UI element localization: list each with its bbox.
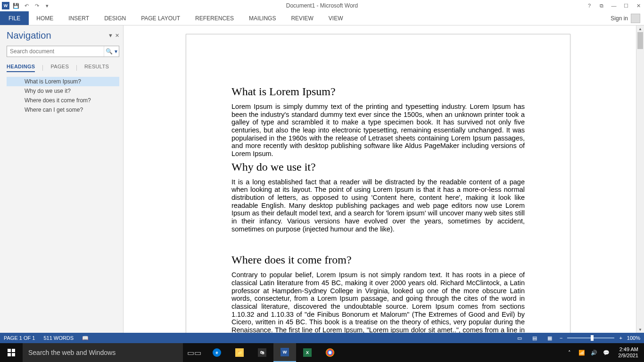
tab-insert[interactable]: INSERT [61, 11, 97, 25]
document-page[interactable]: What is Lorem Ipsum? Lorem Ipsum is simp… [186, 34, 570, 333]
nav-tab-headings[interactable]: HEADINGS [7, 64, 35, 72]
vertical-scrollbar[interactable]: ▲ ▼ [636, 25, 644, 333]
tab-references[interactable]: REFERENCES [188, 11, 241, 25]
clock-time: 2:49 AM [618, 346, 638, 353]
avatar-icon [631, 14, 640, 23]
tray-chevron-icon[interactable]: ˄ [565, 350, 574, 356]
view-print-layout-icon[interactable]: ▤ [529, 334, 540, 342]
clock-date: 2/9/2021 [618, 353, 638, 359]
tab-page-layout[interactable]: PAGE LAYOUT [133, 11, 188, 25]
scroll-thumb[interactable] [637, 32, 643, 49]
heading[interactable]: What is Lorem Ipsum? [231, 85, 525, 98]
nav-tab-results[interactable]: RESULTS [84, 64, 109, 72]
windows-icon [8, 349, 15, 356]
svg-rect-1 [12, 349, 15, 352]
window-controls: ? ⧉ — ☐ ✕ [586, 2, 642, 9]
title-bar: W 💾 ↶ ↷ ▾ Document1 - Microsoft Word ? ⧉… [0, 0, 644, 11]
view-web-layout-icon[interactable]: ▦ [545, 334, 555, 342]
sign-in[interactable]: Sign in [611, 11, 640, 25]
taskbar-search[interactable]: Search the web and Windows [23, 343, 183, 362]
network-icon[interactable]: 📶 [578, 350, 586, 356]
navigation-title: Navigation [7, 30, 51, 41]
nav-heading-item[interactable]: Where does it come from? [7, 96, 119, 105]
tab-design[interactable]: DESIGN [97, 11, 133, 25]
scroll-down-icon[interactable]: ▼ [636, 326, 644, 333]
status-page[interactable]: PAGE 1 OF 1 [4, 335, 35, 341]
nav-tab-pages[interactable]: PAGES [50, 64, 69, 72]
maximize-icon[interactable]: ☐ [622, 2, 630, 9]
tab-home[interactable]: HOME [29, 11, 61, 25]
zoom-in-icon[interactable]: + [619, 335, 622, 341]
taskbar-apps: ▭▭ e 📁 🛍 W X [183, 343, 341, 362]
store-icon[interactable]: 🛍 [251, 343, 273, 362]
paragraph[interactable]: Lorem Ipsum is simply dummy text of the … [231, 103, 525, 158]
taskbar-search-placeholder: Search the web and Windows [28, 349, 116, 356]
nav-heading-item[interactable]: What is Lorem Ipsum? [7, 77, 119, 86]
edge-icon[interactable]: e [206, 343, 228, 362]
zoom-thumb[interactable] [591, 335, 594, 341]
search-input[interactable] [7, 48, 104, 55]
task-view-icon[interactable]: ▭▭ [183, 343, 206, 362]
sign-in-label: Sign in [611, 15, 628, 22]
volume-icon[interactable]: 🔊 [590, 350, 598, 356]
word-app-icon: W [2, 2, 9, 9]
zoom-slider[interactable] [567, 337, 614, 338]
view-read-mode-icon[interactable]: ▭ [514, 334, 525, 342]
nav-heading-item[interactable]: Where can I get some? [7, 105, 119, 115]
action-center-icon[interactable]: 💬 [602, 350, 611, 356]
start-button[interactable] [0, 343, 23, 362]
main-area: Navigation ▼ ✕ 🔍 ▾ HEADINGS PAGES RESULT… [0, 25, 644, 333]
file-explorer-icon[interactable]: 📁 [228, 343, 251, 362]
close-icon[interactable]: ✕ [635, 2, 642, 9]
tab-review[interactable]: REVIEW [283, 11, 321, 25]
nav-headings-list: What is Lorem Ipsum? Why do we use it? W… [7, 77, 119, 115]
svg-rect-2 [8, 353, 11, 356]
minimize-icon[interactable]: — [610, 2, 618, 9]
svg-rect-3 [12, 353, 15, 356]
navigation-pane: Navigation ▼ ✕ 🔍 ▾ HEADINGS PAGES RESULT… [0, 25, 124, 333]
chrome-icon[interactable] [319, 343, 341, 362]
scroll-up-icon[interactable]: ▲ [636, 25, 644, 32]
paragraph[interactable]: Contrary to popular belief, Lorem Ipsum … [231, 271, 525, 333]
nav-close-icon[interactable]: ✕ [115, 33, 119, 39]
svg-rect-0 [8, 349, 11, 352]
undo-icon[interactable]: ↶ [23, 2, 30, 9]
nav-tabs: HEADINGS PAGES RESULTS [7, 64, 119, 72]
nav-heading-item[interactable]: Why do we use it? [7, 86, 119, 96]
taskbar: Search the web and Windows ▭▭ e 📁 🛍 W X … [0, 343, 644, 362]
search-box[interactable]: 🔍 ▾ [7, 46, 119, 57]
excel-taskbar-icon[interactable]: X [296, 343, 319, 362]
status-words[interactable]: 511 WORDS [43, 335, 74, 341]
help-icon[interactable]: ? [586, 2, 593, 9]
nav-menu-icon[interactable]: ▼ [108, 33, 113, 39]
tab-view[interactable]: VIEW [321, 11, 351, 25]
heading[interactable]: Why do we use it? [231, 161, 525, 173]
zoom-level[interactable]: 100% [627, 335, 640, 341]
qat-customize-icon[interactable]: ▾ [43, 2, 51, 9]
window-title: Document1 - Microsoft Word [286, 2, 358, 9]
redo-icon[interactable]: ↷ [33, 2, 41, 9]
file-tab[interactable]: FILE [0, 11, 29, 25]
ribbon-display-icon[interactable]: ⧉ [598, 2, 605, 9]
quick-access-toolbar: W 💾 ↶ ↷ ▾ [0, 2, 51, 9]
save-icon[interactable]: 💾 [12, 2, 20, 9]
tab-mailings[interactable]: MAILINGS [241, 11, 283, 25]
status-bar: PAGE 1 OF 1 511 WORDS 📖 ▭ ▤ ▦ − + 100% [0, 333, 644, 343]
system-tray: ˄ 📶 🔊 💬 2:49 AM 2/9/2021 [565, 343, 644, 362]
status-proofing-icon[interactable]: 📖 [82, 335, 89, 341]
search-icon[interactable]: 🔍 ▾ [104, 46, 119, 57]
ribbon: FILE HOME INSERT DESIGN PAGE LAYOUT REFE… [0, 11, 644, 25]
word-taskbar-icon[interactable]: W [273, 343, 296, 362]
clock[interactable]: 2:49 AM 2/9/2021 [614, 346, 642, 359]
document-area[interactable]: What is Lorem Ipsum? Lorem Ipsum is simp… [124, 25, 644, 333]
zoom-out-icon[interactable]: − [560, 335, 562, 341]
heading[interactable]: Where does it come from? [231, 254, 525, 266]
paragraph[interactable]: It is a long established fact that a rea… [231, 178, 525, 233]
